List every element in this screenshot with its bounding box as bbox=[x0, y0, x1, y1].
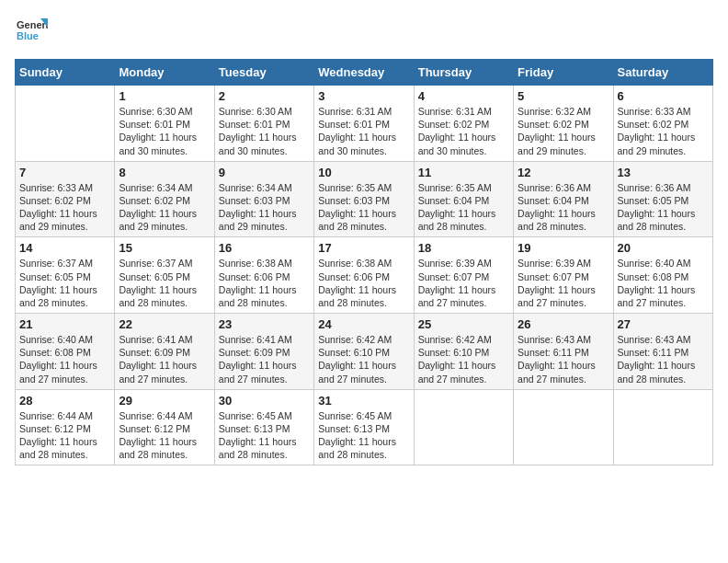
day-detail: Sunrise: 6:32 AMSunset: 6:02 PMDaylight:… bbox=[518, 105, 609, 157]
day-number: 20 bbox=[618, 241, 709, 255]
day-number: 10 bbox=[318, 166, 409, 179]
calendar-cell: 14Sunrise: 6:37 AMSunset: 6:05 PMDayligh… bbox=[16, 237, 115, 314]
day-number: 1 bbox=[119, 89, 210, 103]
day-number: 24 bbox=[318, 317, 409, 331]
day-detail: Sunrise: 6:45 AMSunset: 6:13 PMDaylight:… bbox=[318, 409, 409, 462]
day-number: 8 bbox=[119, 166, 210, 179]
day-number: 15 bbox=[119, 241, 210, 255]
calendar-week-2: 7Sunrise: 6:33 AMSunset: 6:02 PMDaylight… bbox=[16, 161, 713, 237]
day-detail: Sunrise: 6:34 AMSunset: 6:03 PMDaylight:… bbox=[219, 181, 310, 234]
header-sunday: Sunday bbox=[16, 60, 115, 86]
logo-icon: General Blue bbox=[15, 15, 48, 48]
day-number: 14 bbox=[19, 241, 110, 255]
calendar-cell: 29Sunrise: 6:44 AMSunset: 6:12 PMDayligh… bbox=[115, 389, 214, 465]
page-header: General Blue bbox=[15, 15, 713, 48]
calendar-cell: 27Sunrise: 6:43 AMSunset: 6:11 PMDayligh… bbox=[613, 314, 712, 390]
calendar-cell: 5Sunrise: 6:32 AMSunset: 6:02 PMDaylight… bbox=[514, 86, 613, 162]
calendar-week-5: 28Sunrise: 6:44 AMSunset: 6:12 PMDayligh… bbox=[16, 389, 713, 465]
day-detail: Sunrise: 6:40 AMSunset: 6:08 PMDaylight:… bbox=[19, 333, 110, 385]
day-number: 31 bbox=[318, 394, 409, 408]
calendar-cell: 31Sunrise: 6:45 AMSunset: 6:13 PMDayligh… bbox=[314, 389, 414, 465]
day-detail: Sunrise: 6:43 AMSunset: 6:11 PMDaylight:… bbox=[518, 333, 609, 385]
day-number: 23 bbox=[219, 317, 310, 331]
day-detail: Sunrise: 6:42 AMSunset: 6:10 PMDaylight:… bbox=[418, 333, 509, 385]
calendar-week-4: 21Sunrise: 6:40 AMSunset: 6:08 PMDayligh… bbox=[16, 314, 713, 390]
day-number: 4 bbox=[418, 89, 509, 103]
calendar-cell: 6Sunrise: 6:33 AMSunset: 6:02 PMDaylight… bbox=[613, 86, 712, 162]
calendar-header-row: SundayMondayTuesdayWednesdayThursdayFrid… bbox=[16, 60, 713, 86]
calendar-cell: 18Sunrise: 6:39 AMSunset: 6:07 PMDayligh… bbox=[414, 237, 513, 314]
header-monday: Monday bbox=[115, 60, 214, 86]
calendar-cell bbox=[613, 389, 712, 465]
calendar-cell: 30Sunrise: 6:45 AMSunset: 6:13 PMDayligh… bbox=[214, 389, 313, 465]
day-number: 16 bbox=[219, 241, 310, 255]
calendar-body: 1Sunrise: 6:30 AMSunset: 6:01 PMDaylight… bbox=[16, 86, 713, 465]
calendar-week-1: 1Sunrise: 6:30 AMSunset: 6:01 PMDaylight… bbox=[16, 86, 713, 162]
day-detail: Sunrise: 6:30 AMSunset: 6:01 PMDaylight:… bbox=[219, 105, 310, 157]
day-number: 6 bbox=[618, 89, 709, 103]
day-detail: Sunrise: 6:41 AMSunset: 6:09 PMDaylight:… bbox=[119, 333, 210, 385]
calendar-cell: 1Sunrise: 6:30 AMSunset: 6:01 PMDaylight… bbox=[115, 86, 214, 162]
calendar-cell: 23Sunrise: 6:41 AMSunset: 6:09 PMDayligh… bbox=[214, 314, 313, 390]
calendar-cell: 2Sunrise: 6:30 AMSunset: 6:01 PMDaylight… bbox=[214, 86, 313, 162]
svg-text:Blue: Blue bbox=[17, 30, 39, 41]
day-detail: Sunrise: 6:39 AMSunset: 6:07 PMDaylight:… bbox=[518, 257, 609, 309]
day-number: 28 bbox=[19, 394, 110, 408]
calendar-cell: 7Sunrise: 6:33 AMSunset: 6:02 PMDaylight… bbox=[16, 161, 115, 237]
day-number: 3 bbox=[318, 89, 409, 103]
day-detail: Sunrise: 6:30 AMSunset: 6:01 PMDaylight:… bbox=[119, 105, 210, 157]
calendar-week-3: 14Sunrise: 6:37 AMSunset: 6:05 PMDayligh… bbox=[16, 237, 713, 314]
calendar-cell: 3Sunrise: 6:31 AMSunset: 6:01 PMDaylight… bbox=[314, 86, 414, 162]
calendar-cell: 11Sunrise: 6:35 AMSunset: 6:04 PMDayligh… bbox=[414, 161, 513, 237]
day-number: 12 bbox=[518, 166, 609, 179]
calendar-cell: 9Sunrise: 6:34 AMSunset: 6:03 PMDaylight… bbox=[214, 161, 313, 237]
day-detail: Sunrise: 6:36 AMSunset: 6:05 PMDaylight:… bbox=[618, 181, 709, 234]
day-detail: Sunrise: 6:38 AMSunset: 6:06 PMDaylight:… bbox=[219, 257, 310, 309]
calendar-cell: 24Sunrise: 6:42 AMSunset: 6:10 PMDayligh… bbox=[314, 314, 414, 390]
day-number: 21 bbox=[19, 317, 110, 331]
header-friday: Friday bbox=[514, 60, 613, 86]
header-wednesday: Wednesday bbox=[314, 60, 414, 86]
calendar-cell: 20Sunrise: 6:40 AMSunset: 6:08 PMDayligh… bbox=[613, 237, 712, 314]
day-number: 30 bbox=[219, 394, 310, 408]
logo: General Blue bbox=[15, 15, 51, 48]
day-detail: Sunrise: 6:31 AMSunset: 6:02 PMDaylight:… bbox=[418, 105, 509, 157]
header-tuesday: Tuesday bbox=[214, 60, 313, 86]
day-detail: Sunrise: 6:34 AMSunset: 6:02 PMDaylight:… bbox=[119, 181, 210, 234]
day-number: 13 bbox=[618, 166, 709, 179]
calendar-cell bbox=[16, 86, 115, 162]
calendar-cell: 8Sunrise: 6:34 AMSunset: 6:02 PMDaylight… bbox=[115, 161, 214, 237]
day-number: 5 bbox=[518, 89, 609, 103]
day-detail: Sunrise: 6:33 AMSunset: 6:02 PMDaylight:… bbox=[19, 181, 110, 234]
day-detail: Sunrise: 6:43 AMSunset: 6:11 PMDaylight:… bbox=[618, 333, 709, 385]
calendar-cell: 21Sunrise: 6:40 AMSunset: 6:08 PMDayligh… bbox=[16, 314, 115, 390]
calendar-cell: 13Sunrise: 6:36 AMSunset: 6:05 PMDayligh… bbox=[613, 161, 712, 237]
calendar-cell: 10Sunrise: 6:35 AMSunset: 6:03 PMDayligh… bbox=[314, 161, 414, 237]
day-number: 19 bbox=[518, 241, 609, 255]
calendar-cell: 19Sunrise: 6:39 AMSunset: 6:07 PMDayligh… bbox=[514, 237, 613, 314]
calendar-table: SundayMondayTuesdayWednesdayThursdayFrid… bbox=[15, 59, 713, 465]
calendar-cell bbox=[514, 389, 613, 465]
day-number: 29 bbox=[119, 394, 210, 408]
day-detail: Sunrise: 6:45 AMSunset: 6:13 PMDaylight:… bbox=[219, 409, 310, 462]
calendar-cell: 26Sunrise: 6:43 AMSunset: 6:11 PMDayligh… bbox=[514, 314, 613, 390]
calendar-cell: 15Sunrise: 6:37 AMSunset: 6:05 PMDayligh… bbox=[115, 237, 214, 314]
day-detail: Sunrise: 6:36 AMSunset: 6:04 PMDaylight:… bbox=[518, 181, 609, 234]
day-detail: Sunrise: 6:41 AMSunset: 6:09 PMDaylight:… bbox=[219, 333, 310, 385]
day-number: 2 bbox=[219, 89, 310, 103]
day-detail: Sunrise: 6:40 AMSunset: 6:08 PMDaylight:… bbox=[618, 257, 709, 309]
day-detail: Sunrise: 6:35 AMSunset: 6:04 PMDaylight:… bbox=[418, 181, 509, 234]
header-saturday: Saturday bbox=[613, 60, 712, 86]
calendar-cell: 4Sunrise: 6:31 AMSunset: 6:02 PMDaylight… bbox=[414, 86, 513, 162]
day-detail: Sunrise: 6:38 AMSunset: 6:06 PMDaylight:… bbox=[318, 257, 409, 309]
day-detail: Sunrise: 6:31 AMSunset: 6:01 PMDaylight:… bbox=[318, 105, 409, 157]
day-number: 9 bbox=[219, 166, 310, 179]
day-number: 26 bbox=[518, 317, 609, 331]
day-detail: Sunrise: 6:39 AMSunset: 6:07 PMDaylight:… bbox=[418, 257, 509, 309]
calendar-cell: 28Sunrise: 6:44 AMSunset: 6:12 PMDayligh… bbox=[16, 389, 115, 465]
calendar-cell: 17Sunrise: 6:38 AMSunset: 6:06 PMDayligh… bbox=[314, 237, 414, 314]
day-number: 11 bbox=[418, 166, 509, 179]
day-number: 18 bbox=[418, 241, 509, 255]
day-detail: Sunrise: 6:33 AMSunset: 6:02 PMDaylight:… bbox=[618, 105, 709, 157]
calendar-cell: 25Sunrise: 6:42 AMSunset: 6:10 PMDayligh… bbox=[414, 314, 513, 390]
